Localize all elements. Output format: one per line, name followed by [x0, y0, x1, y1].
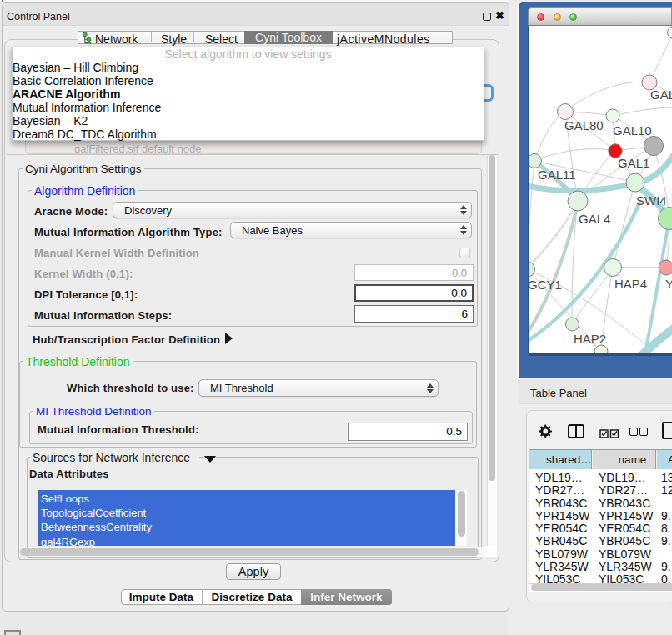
svg-text:GAL10: GAL10 — [613, 123, 652, 138]
svg-text:GAL1: GAL1 — [618, 156, 649, 170]
svg-text:GAL11: GAL11 — [538, 168, 576, 182]
svg-text:Y: Y — [665, 277, 672, 291]
svg-text:GAL80: GAL80 — [564, 118, 604, 132]
svg-text:SWI4: SWI4 — [636, 193, 667, 208]
svg-text:GAL4: GAL4 — [579, 212, 610, 226]
svg-text:HAP2: HAP2 — [574, 332, 606, 346]
svg-text:HAP4: HAP4 — [614, 277, 647, 291]
svg-text:GAL2: GAL2 — [650, 88, 672, 102]
svg-text:GCY1: GCY1 — [529, 278, 562, 292]
